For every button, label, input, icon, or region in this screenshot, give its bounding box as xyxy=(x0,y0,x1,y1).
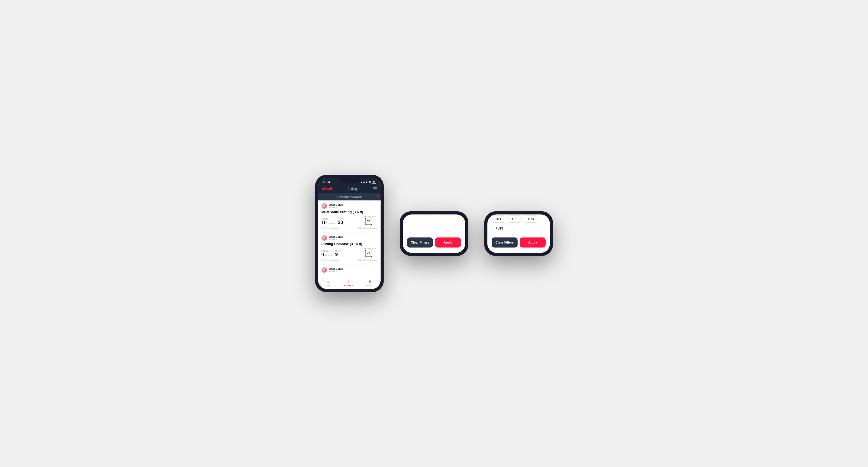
test-info-1: ⓘ Test Information xyxy=(321,227,339,229)
shot-quality-badge-1: 75 xyxy=(365,218,372,225)
shot-quality-label-1: Shot Quality xyxy=(364,216,377,217)
wifi-icon: ◉ xyxy=(369,181,371,183)
activities-icon: ♀ xyxy=(347,279,350,283)
more-button-3[interactable]: ··· xyxy=(374,268,377,272)
hamburger-line-2 xyxy=(373,189,377,189)
shots-block-1: Shots 20 xyxy=(338,218,344,225)
avatar-1-img: JC xyxy=(321,204,327,209)
arg-btn-3[interactable]: ARG xyxy=(524,215,538,223)
test-info-2: ⓘ Test Information xyxy=(321,259,339,261)
activity-card-1[interactable]: JC Josh Coles 28 Feb 2023 ··· Must Make … xyxy=(318,200,380,232)
nav-capture[interactable]: ⊕ Capture xyxy=(366,279,374,286)
practice-btn-2[interactable]: Practice xyxy=(407,214,426,216)
user-info-2: JC Josh Coles 28 Feb 2023 xyxy=(321,235,343,241)
activity-title-1: Must Make Putting (3-6 ft) xyxy=(321,210,377,214)
phone-1-screen: 11:33 ▲▲▲ ◉ 51 clippd Activity ⊟ xyxy=(318,178,380,289)
clear-filters-btn-3[interactable]: Clear Filters xyxy=(492,238,518,248)
shots-label-1: Shots xyxy=(338,218,344,220)
score-value-1: 10 xyxy=(321,220,327,225)
menu-button[interactable] xyxy=(373,187,377,190)
status-icons: ▲▲▲ ◉ 51 xyxy=(361,180,376,184)
home-icon: ⌂ xyxy=(327,279,329,283)
ott-btn-3[interactable]: OTT xyxy=(492,215,505,223)
card-1-footer: ⓘ Test Information Data: Clippd Capture xyxy=(321,227,377,229)
battery-icon: 51 xyxy=(372,180,376,184)
user-details-2: Josh Coles 28 Feb 2023 xyxy=(329,235,343,241)
stats-row-2: Score 0 OUT OF Shots 9 Shot Quality xyxy=(321,248,377,257)
filter-icon: ⊟ xyxy=(336,195,339,198)
status-time: 11:33 xyxy=(322,180,330,184)
info-label-1: Test Information xyxy=(324,227,339,229)
user-name-3: Josh Coles xyxy=(329,267,343,270)
modal-actions-2: Clear Filters Apply xyxy=(407,238,461,248)
user-name-2: Josh Coles xyxy=(329,235,343,238)
filter-modal-3: Filter ✕ Show Rounds Practice Drills Pra… xyxy=(488,214,550,253)
nav-activities[interactable]: ♀ Activities xyxy=(344,279,353,286)
tournament-btn-2[interactable]: Tournament xyxy=(429,214,453,216)
filter-section-practice-drills-3: Practice Drills OTT APP ARG PUTT xyxy=(492,214,546,232)
signal-icon: ▲▲▲ xyxy=(361,181,368,183)
putt-btn-3[interactable]: PUTT xyxy=(492,225,507,232)
avatar-2: JC xyxy=(321,235,327,241)
filter-dot xyxy=(377,195,378,196)
shots-block-2: Shots 9 xyxy=(335,250,341,257)
data-source-1: Data: Clippd Capture xyxy=(358,227,377,229)
info-icon-1: ⓘ xyxy=(321,227,323,229)
card-2-header: JC Josh Coles 28 Feb 2023 ··· xyxy=(321,235,377,241)
capture-icon: ⊕ xyxy=(368,279,372,283)
header-title: Activity xyxy=(347,187,358,191)
user-name-1: Josh Coles xyxy=(329,204,343,206)
shot-quality-badge-2: 45 xyxy=(365,250,372,257)
phone-1: 11:33 ▲▲▲ ◉ 51 clippd Activity ⊟ xyxy=(315,175,384,292)
user-date-3: 28 Feb 2023 xyxy=(329,270,343,273)
activity-list: JC Josh Coles 28 Feb 2023 ··· Must Make … xyxy=(318,200,380,277)
shot-quality-block-1: Shot Quality 75 xyxy=(364,216,377,225)
user-details-1: Josh Coles 28 Feb 2023 xyxy=(329,204,343,209)
stats-row-1: Score 10 OUT OF Shots 20 Shot Quality xyxy=(321,216,377,225)
phone-3: 11:33 ▲▲▲ ◉ 51 clippd Activity ⊟ xyxy=(484,211,553,256)
info-label-2: Test Information xyxy=(324,259,339,261)
nav-home[interactable]: ⌂ Home xyxy=(325,279,331,286)
rounds-filter-buttons-2: Practice Tournament xyxy=(407,214,461,216)
user-date-2: 28 Feb 2023 xyxy=(329,238,343,241)
app-btn-3[interactable]: APP xyxy=(507,215,522,223)
apply-btn-3[interactable]: Apply xyxy=(520,238,546,248)
activity-title-2: Putting Combine (3-15 ft) xyxy=(321,242,377,246)
card-1-header: JC Josh Coles 28 Feb 2023 ··· xyxy=(321,203,377,209)
activity-card-2[interactable]: JC Josh Coles 28 Feb 2023 ··· Putting Co… xyxy=(318,232,380,264)
logo: clippd xyxy=(322,187,332,191)
notch xyxy=(339,178,360,183)
more-button-2[interactable]: ··· xyxy=(374,236,377,240)
card-3-header: JC Josh Coles 28 Feb 2023 ··· xyxy=(321,267,377,273)
user-info-1: JC Josh Coles 28 Feb 2023 xyxy=(321,203,343,209)
avatar-1: JC xyxy=(321,203,327,209)
data-source-2: Data: Clippd Capture xyxy=(358,259,377,261)
avatar-3: JC xyxy=(321,267,327,273)
more-button-1[interactable]: ··· xyxy=(374,204,377,208)
activity-card-3[interactable]: JC Josh Coles 28 Feb 2023 ··· xyxy=(318,264,380,277)
clear-filters-btn-2[interactable]: Clear Filters xyxy=(407,238,433,248)
filter-section-rounds-2: Rounds Practice Tournament xyxy=(407,214,461,216)
user-details-3: Josh Coles 28 Feb 2023 xyxy=(329,267,343,273)
out-of-1: OUT OF xyxy=(328,223,335,225)
phone-2-screen: 11:33 ▲▲▲ ◉ 51 clippd Activity ⊟ xyxy=(403,214,465,253)
score-value-2: 0 xyxy=(321,252,324,257)
viewing-bar[interactable]: ⊟ Viewing Activities xyxy=(318,193,380,200)
modal-actions-3: Clear Filters Apply xyxy=(492,238,546,248)
nav-capture-label: Capture xyxy=(366,284,374,286)
user-info-3: JC Josh Coles 28 Feb 2023 xyxy=(321,267,343,273)
avatar-3-img: JC xyxy=(321,267,327,273)
hamburger-line-3 xyxy=(373,190,377,190)
nav-activities-label: Activities xyxy=(344,284,353,286)
info-icon-2: ⓘ xyxy=(321,259,323,261)
out-of-2: OUT OF xyxy=(325,255,332,257)
score-label-1: Score xyxy=(321,218,336,220)
scene: 11:33 ▲▲▲ ◉ 51 clippd Activity ⊟ xyxy=(304,164,564,303)
shots-value-2: 9 xyxy=(335,252,338,257)
user-date-1: 28 Feb 2023 xyxy=(329,206,343,209)
filter-modal-2: Filter ✕ Show Rounds Practice Drills Rou… xyxy=(403,214,465,253)
apply-btn-2[interactable]: Apply xyxy=(435,238,461,248)
score-label-2: Score xyxy=(321,250,333,252)
shots-label-2: Shots xyxy=(335,250,341,252)
score-block-1: Score 10 OUT OF xyxy=(321,218,336,225)
